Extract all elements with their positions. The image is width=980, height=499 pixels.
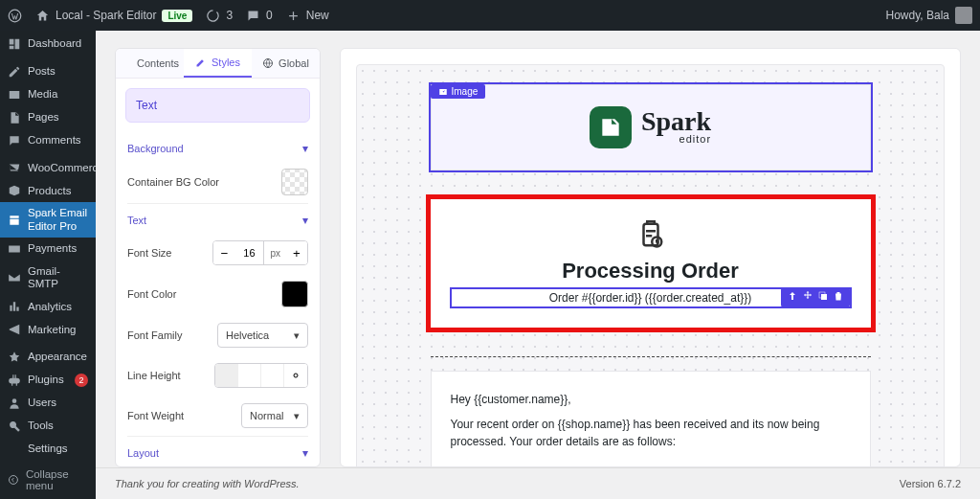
body-text-block[interactable]: Hey {{customer.name}}, Your recent order… (431, 371, 871, 467)
sidebar-item-settings[interactable]: Settings (0, 438, 96, 461)
lh-option-3[interactable] (261, 364, 284, 387)
sidebar-item-payments[interactable]: Payments (0, 238, 96, 261)
font-size-unit: px (263, 241, 286, 264)
section-text[interactable]: Text▾ (127, 203, 308, 233)
selection-toolbar (781, 287, 850, 307)
sidebar-item-marketing[interactable]: Marketing (0, 318, 96, 341)
label-font-weight: Font Weight (127, 410, 184, 421)
spark-logo-mark (590, 106, 632, 148)
sidebar-item-comments[interactable]: Comments (0, 129, 96, 152)
sidebar-item-woocommerce[interactable]: WooCommerce (0, 156, 96, 179)
sidebar-item-users[interactable]: Users (0, 392, 96, 415)
revisions-link[interactable]: 3 (206, 9, 233, 23)
greeting: Hey {{customer.name}}, (451, 391, 851, 408)
container-bg-swatch[interactable] (281, 169, 308, 195)
plus-icon (286, 9, 301, 23)
admin-footer: Thank you for creating with WordPress. V… (96, 467, 980, 499)
clipboard-clock-icon (452, 220, 850, 249)
delete-button[interactable] (833, 290, 844, 305)
order-title: Processing Order (452, 259, 850, 284)
wp-logo[interactable] (8, 9, 22, 23)
move-up-button[interactable] (787, 290, 798, 305)
globe-icon (262, 57, 274, 69)
collapse-menu[interactable]: Collapse menu (0, 461, 96, 499)
comment-icon (246, 9, 260, 23)
label-container-bg: Container BG Color (127, 176, 219, 188)
label-font-family: Font Family (127, 329, 182, 341)
body-text: Your recent order on {{shop.name}} has b… (451, 416, 851, 450)
plugin-update-badge: 2 (75, 374, 88, 387)
sidebar-item-products[interactable]: Products (0, 179, 96, 202)
image-block[interactable]: Image Spark editor (431, 84, 871, 170)
tab-global[interactable]: Global (252, 49, 320, 78)
increase-button[interactable]: + (286, 241, 307, 264)
duplicate-button[interactable] (817, 290, 829, 305)
image-icon (438, 87, 448, 97)
style-panel: Contents Styles Global Text Background▾ (115, 48, 321, 467)
home-icon (35, 9, 50, 23)
revisions-icon (206, 9, 220, 23)
site-link[interactable]: Local - Spark Editor Live (35, 9, 192, 23)
caret-icon: ▾ (302, 214, 308, 227)
divider (431, 356, 871, 357)
svg-point-3 (9, 476, 17, 485)
font-family-select[interactable]: Helvetica ▾ (217, 323, 308, 348)
comments-link[interactable]: 0 (246, 9, 273, 23)
spark-logo: Spark editor (590, 106, 711, 148)
tab-contents[interactable]: Contents (116, 49, 184, 78)
tab-styles[interactable]: Styles (184, 49, 252, 78)
email-canvas: Image Spark editor (340, 48, 961, 467)
font-weight-select[interactable]: Normal ▾ (241, 403, 308, 428)
selected-element-type: Text (125, 88, 310, 123)
footer-thanks: Thank you for creating with WordPress. (115, 478, 300, 489)
footer-version: Version 6.7.2 (900, 478, 961, 489)
chevron-down-icon: ▾ (294, 329, 300, 342)
admin-sidebar: Dashboard Posts Media Pages Comments Woo… (0, 31, 96, 499)
new-link[interactable]: New (286, 9, 329, 23)
caret-icon: ▾ (302, 446, 308, 460)
font-size-stepper: − px + (212, 240, 308, 265)
lh-option-2[interactable] (238, 364, 261, 387)
sidebar-item-tools[interactable]: Tools (0, 415, 96, 438)
sidebar-item-media[interactable]: Media (0, 83, 96, 106)
block-tag-image: Image (431, 84, 486, 99)
admin-bar: Local - Spark Editor Live 3 0 New Howdy,… (0, 0, 980, 31)
live-badge: Live (162, 10, 192, 22)
lh-option-custom[interactable] (284, 364, 307, 387)
list-icon (121, 57, 132, 69)
sidebar-item-plugins[interactable]: Plugins2 (0, 369, 96, 392)
svg-point-5 (294, 374, 298, 377)
svg-rect-8 (821, 294, 827, 300)
decrease-button[interactable]: − (213, 241, 234, 264)
lh-option-1[interactable] (215, 364, 238, 387)
label-line-height: Line Height (127, 370, 181, 381)
account-link[interactable]: Howdy, Bala (886, 7, 972, 24)
header-block[interactable]: Processing Order Order #{{order.id}} ({{… (431, 199, 871, 328)
pencil-icon (195, 57, 207, 68)
line-height-seg (214, 363, 308, 388)
sidebar-item-gmail-smtp[interactable]: Gmail-SMTP (0, 261, 96, 295)
section-layout[interactable]: Layout▾ (127, 436, 308, 465)
site-name: Local - Spark Editor (56, 9, 156, 22)
drag-handle[interactable] (802, 290, 813, 305)
sidebar-item-dashboard[interactable]: Dashboard (0, 33, 96, 56)
font-color-swatch[interactable] (281, 281, 308, 307)
sidebar-item-analytics[interactable]: Analytics (0, 295, 96, 318)
sidebar-item-appearance[interactable]: Appearance (0, 346, 96, 369)
caret-icon: ▾ (302, 142, 308, 155)
avatar (955, 7, 972, 24)
label-font-color: Font Color (127, 288, 176, 300)
svg-point-2 (12, 398, 17, 403)
sidebar-item-posts[interactable]: Posts (0, 60, 96, 83)
chevron-down-icon: ▾ (294, 410, 300, 422)
section-background[interactable]: Background▾ (127, 132, 308, 161)
sidebar-item-spark-editor[interactable]: Spark Email Editor Pro (0, 202, 96, 237)
sidebar-item-pages[interactable]: Pages (0, 106, 96, 129)
label-font-size: Font Size (127, 247, 171, 259)
font-size-input[interactable] (234, 241, 263, 264)
